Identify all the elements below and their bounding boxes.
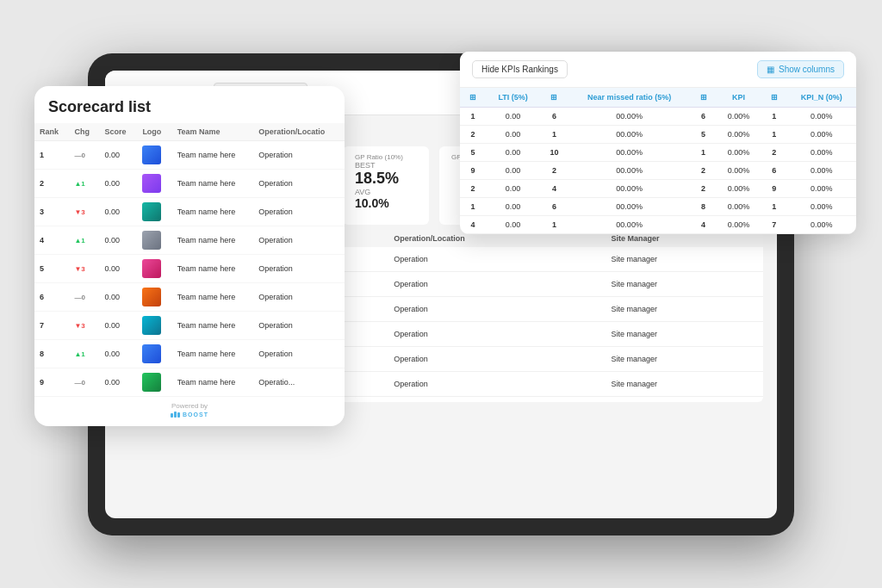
logo-cell: [137, 340, 171, 368]
sc-col-logo: Logo: [137, 123, 171, 141]
score-cell: 0.00: [99, 340, 137, 368]
lti-rank-cell: 2: [460, 126, 486, 144]
team-logo: [142, 174, 161, 193]
kpi-table-row: 4 0.00 1 00.00% 4 0.00% 7 0.00%: [460, 216, 856, 234]
rank-cell: 9: [34, 368, 69, 397]
operation-cell: Operation: [253, 170, 345, 198]
nmr-val-cell: 00.00%: [568, 126, 691, 144]
rank-cell: 2: [34, 170, 69, 198]
manager-cell: Site manager: [605, 247, 764, 272]
powered-by-text: Powered by: [171, 402, 208, 410]
chg-down-icon: ▼3: [74, 208, 84, 216]
operation-cell: Operation: [387, 396, 604, 402]
operation-cell: Operation: [253, 141, 345, 170]
kpin-rank-cell: 2: [761, 144, 787, 162]
lti-val-cell: 0.00: [486, 198, 540, 216]
sc-col-score: Score: [99, 123, 137, 141]
powered-logo: BOOST: [34, 412, 345, 418]
operation-cell: Operation: [387, 296, 604, 321]
team-name-cell: Team name here: [172, 283, 253, 312]
kpi-val-cell: 0.00%: [717, 162, 761, 180]
scorecard-row: 9 —0 0.00 Team name here Operatio...: [34, 368, 345, 397]
lti-val-cell: 0.00: [486, 144, 540, 162]
score-cell: 0.00: [99, 255, 137, 283]
kpi-table-row: 1 0.00 6 00.00% 8 0.00% 1 0.00%: [460, 198, 856, 216]
sc-col-team: Team Name: [172, 123, 253, 141]
team-logo: [142, 259, 161, 278]
chg-cell: ▼3: [69, 312, 99, 340]
kpin-rank-cell: 7: [761, 216, 787, 234]
kpi-col-kpin: KPI_N (0%): [787, 88, 856, 108]
team-logo: [142, 373, 161, 392]
sc-col-rank: Rank: [34, 123, 69, 141]
logo-cell: [137, 312, 171, 340]
powered-logo-text: BOOST: [183, 412, 208, 418]
chg-up-icon: ▲1: [74, 350, 84, 358]
chg-flat-icon: —0: [74, 294, 84, 301]
stat-avg-label-2: AVG: [355, 188, 417, 196]
show-columns-button[interactable]: ▦ Show columns: [757, 60, 844, 78]
manager-cell: Site manager: [605, 371, 764, 396]
operation-cell: Operation: [387, 321, 604, 346]
kpi-val-cell: 0.00%: [717, 180, 761, 198]
scorecard-header: Scorecard list: [34, 86, 345, 123]
lti-rank-cell: 9: [460, 162, 486, 180]
scorecard-row: 7 ▼3 0.00 Team name here Operation: [34, 312, 345, 340]
hide-kpi-button[interactable]: Hide KPIs Rankings: [472, 60, 568, 78]
kpi-rank-cell: 8: [690, 198, 716, 216]
logo-cell: [137, 368, 171, 397]
logo-cell: [137, 170, 171, 198]
logo-cell: [137, 141, 171, 170]
team-name-cell: Team name here: [172, 255, 253, 283]
lti-rank-cell: 1: [460, 198, 486, 216]
kpi-panel: Hide KPIs Rankings ▦ Show columns ⊞ LTI …: [460, 52, 856, 234]
kpi-col-kpi: KPI: [717, 88, 761, 108]
team-name-cell: Team name here: [172, 141, 253, 170]
kpi-rank-cell: 1: [690, 144, 716, 162]
score-cell: 0.00: [99, 283, 137, 312]
show-cols-label: Show columns: [779, 65, 835, 74]
chg-cell: ▲1: [69, 226, 99, 255]
chg-cell: —0: [69, 283, 99, 312]
team-name-cell: Team name here: [172, 312, 253, 340]
lti-rank-cell: 5: [460, 144, 486, 162]
kpi-col-kpi-rank: ⊞: [690, 88, 716, 108]
kpin-val-cell: 0.00%: [787, 216, 856, 234]
rank-cell: 7: [34, 312, 69, 340]
rank-cell: 6: [34, 283, 69, 312]
kpin-rank-cell: 6: [761, 162, 787, 180]
rank-cell: 8: [34, 340, 69, 368]
nmr-rank-cell: 4: [540, 180, 568, 198]
kpi-val-cell: 0.00%: [717, 216, 761, 234]
kpi-table-row: 9 0.00 2 00.00% 2 0.00% 6 0.00%: [460, 162, 856, 180]
lti-val-cell: 0.00: [486, 162, 540, 180]
team-logo: [142, 288, 161, 306]
logo-cell: [137, 226, 171, 255]
hide-kpi-label: Hide KPIs Rankings: [481, 65, 558, 74]
scorecard-row: 2 ▲1 0.00 Team name here Operation: [34, 170, 345, 198]
team-name-cell: Team name here: [172, 340, 253, 368]
kpi-panel-header: Hide KPIs Rankings ▦ Show columns: [460, 52, 856, 88]
team-logo: [142, 231, 161, 250]
team-logo: [142, 344, 161, 363]
kpi-val-cell: 0.00%: [717, 108, 761, 126]
sc-col-chg: Chg: [69, 123, 99, 141]
kpin-rank-cell: 1: [761, 108, 787, 126]
lti-rank-cell: 2: [460, 180, 486, 198]
stat-best-label-2: BEST: [355, 161, 417, 170]
kpi-table: ⊞ LTI (5%) ⊞ Near missed ratio (5%) ⊞ KP…: [460, 88, 856, 234]
lti-rank-cell: 4: [460, 216, 486, 234]
kpin-rank-cell: 9: [761, 180, 787, 198]
score-cell: 0.00: [99, 141, 137, 170]
rank-cell: 5: [34, 255, 69, 283]
kpin-rank-cell: 1: [761, 126, 787, 144]
kpin-val-cell: 0.00%: [787, 162, 856, 180]
kpi-val-cell: 0.00%: [717, 126, 761, 144]
score-cell: 0.00: [99, 170, 137, 198]
team-name-cell: Team name here: [172, 226, 253, 255]
rank-cell: 4: [34, 226, 69, 255]
chg-up-icon: ▲1: [74, 237, 84, 244]
kpi-rank-cell: 6: [690, 108, 716, 126]
logo-cell: [137, 198, 171, 226]
lti-rank-cell: 1: [460, 108, 486, 126]
